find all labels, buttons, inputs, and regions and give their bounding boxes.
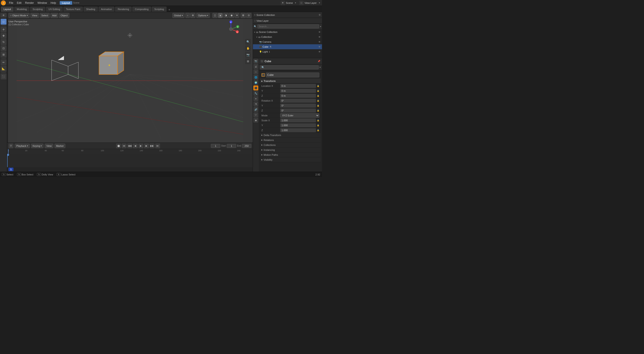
timeline-view-menu[interactable]: View (45, 144, 53, 148)
prev-keyframe-btn[interactable]: ◀ (133, 143, 138, 148)
pan-btn[interactable]: ✋ (245, 46, 251, 51)
timeline-icon[interactable]: ⏱ (8, 143, 14, 148)
output-tab-icon[interactable]: 🖨 (253, 64, 258, 69)
jump-start-btn[interactable]: ⏮ (122, 143, 126, 148)
jump-end-btn[interactable]: ⏭ (155, 143, 160, 148)
scale-x-lock-icon[interactable]: 🔒 (317, 119, 319, 122)
active-workspace-tab[interactable]: Layout (60, 1, 72, 5)
camera-visibility-icon[interactable]: 👁 (318, 41, 321, 43)
viewport-view-menu[interactable]: View (30, 13, 39, 18)
menu-help[interactable]: Help (49, 1, 58, 5)
play-btn[interactable]: ▶ (138, 143, 143, 148)
viewport-object-menu[interactable]: Object (59, 13, 69, 18)
rotation-mode-select[interactable]: XYZ Euler (280, 113, 319, 118)
measure-tool[interactable]: 📐 (1, 66, 6, 72)
start-frame-input[interactable] (227, 144, 236, 148)
tab-layout[interactable]: Layout (1, 7, 14, 12)
move-tool[interactable]: ✥ (1, 33, 6, 39)
world-tab-icon[interactable]: 🌍 (253, 80, 258, 85)
select-box-tool[interactable]: □ (1, 19, 6, 25)
viewport-canvas[interactable]: Z Y X User Perspective (1) (7, 19, 253, 143)
rotation-y-lock-icon[interactable]: 🔒 (317, 105, 319, 107)
scale-y-value[interactable]: 1.000 (280, 123, 316, 127)
cube-filter-icon[interactable]: ⚗ (270, 46, 272, 48)
location-z-value[interactable]: 0 m (280, 94, 316, 98)
tree-item-collection[interactable]: ▸ 🗂 Collection 👁 (253, 35, 322, 39)
scene-chevron-icon[interactable]: ▾ (294, 1, 298, 5)
xray-btn[interactable]: ⊙ (246, 13, 251, 18)
ortho-persp-btn[interactable]: ⊞ (245, 58, 251, 64)
rotate-tool[interactable]: ↻ (1, 39, 6, 45)
material-tab-icon[interactable]: ◉ (253, 118, 258, 123)
options-dropdown[interactable]: Options ▾ (196, 13, 210, 18)
rotation-z-lock-icon[interactable]: 🔒 (317, 109, 319, 112)
tab-scripting[interactable]: Scripting (152, 7, 166, 12)
physics-tab-icon[interactable]: ⚗ (253, 102, 258, 107)
tab-shading[interactable]: Shading (84, 7, 98, 12)
constraints-tab-icon[interactable]: 🔗 (253, 107, 258, 112)
tab-rendering[interactable]: Rendering (115, 7, 132, 12)
camera-view-btn[interactable]: 📷 (245, 52, 251, 58)
visibility-section[interactable]: ▸ Visibility (260, 157, 321, 162)
motion-paths-section[interactable]: ▸ Motion Paths (260, 152, 321, 157)
overlay-btn[interactable]: ⊞ (240, 13, 246, 18)
properties-scroll-area[interactable]: ⬛ ▸ Transform Location X 0 m 🔒 (259, 70, 322, 172)
solid-btn[interactable]: ● (218, 13, 223, 18)
view-layer-chevron-icon[interactable]: ▾ (318, 1, 321, 5)
menu-window[interactable]: Window (36, 1, 49, 5)
shading-options-btn[interactable]: ▾ (235, 13, 239, 18)
prop-search-input[interactable] (260, 65, 319, 69)
scale-z-lock-icon[interactable]: 🔒 (317, 129, 319, 131)
delta-transform-section[interactable]: ▸ Delta Transform (260, 133, 321, 138)
rotation-x-lock-icon[interactable]: 🔒 (317, 100, 319, 102)
tab-compositing[interactable]: Compositing (132, 7, 151, 12)
keying-dropdown[interactable]: Keying ▾ (31, 144, 44, 148)
transform-section-header[interactable]: ▸ Transform (260, 79, 321, 84)
tab-texture-paint[interactable]: Texture Paint (63, 7, 83, 12)
rotation-y-value[interactable]: 0° (280, 104, 316, 108)
particles-tab-icon[interactable]: ✦ (253, 96, 258, 101)
tab-modeling[interactable]: Modeling (14, 7, 30, 12)
tree-item-light[interactable]: 💡 Light ℹ 👁 (253, 49, 322, 54)
blender-logo[interactable]: ● (1, 1, 6, 5)
relations-section[interactable]: ▸ Relations (260, 138, 321, 143)
transform-tool[interactable]: ⊞ (1, 52, 6, 58)
current-frame-input[interactable] (211, 144, 220, 148)
scene-collection-visibility-icon[interactable]: 👁 (318, 31, 321, 33)
proportional-edit-btn[interactable]: ○ (185, 13, 190, 18)
rotation-z-value[interactable]: 0° (280, 109, 316, 113)
next-frame-btn[interactable]: ▶▶ (150, 143, 154, 148)
menu-render[interactable]: Render (23, 1, 36, 5)
light-filter-icon[interactable]: ℹ (269, 51, 270, 53)
playback-dropdown[interactable]: Playback ▾ (15, 144, 30, 148)
record-btn[interactable]: ⬤ (116, 143, 121, 148)
object-mode-dropdown[interactable]: ○ Object Mode ▾ (8, 13, 30, 18)
timeline-content[interactable] (7, 154, 253, 167)
transform-global-dropdown[interactable]: Global ▾ (172, 13, 184, 18)
outliner-search-input[interactable] (258, 24, 319, 29)
mode-selector[interactable]: ⊞ (0, 13, 7, 18)
object-tab-icon[interactable]: ⬛ (253, 86, 258, 90)
zoom-in-btn[interactable]: 🔍 (245, 39, 251, 45)
tree-item-scene-collection[interactable]: ▸ 🗂 Scene Collection 👁 (253, 30, 322, 35)
object-name-input[interactable] (266, 73, 319, 77)
location-x-lock-icon[interactable]: 🔒 (317, 85, 319, 87)
location-x-value[interactable]: 0 m (280, 84, 316, 88)
collection-visibility-icon[interactable]: 👁 (318, 36, 321, 38)
tree-item-cube[interactable]: ⬛ Cube ⚗ 👁 (253, 44, 322, 49)
cube-visibility-icon[interactable]: 👁 (318, 46, 321, 48)
scale-z-value[interactable]: 1.000 (280, 128, 316, 132)
cursor-tool[interactable]: ✛ (1, 27, 6, 33)
menu-file[interactable]: File (7, 1, 15, 5)
view-layer-icon[interactable]: □ (299, 1, 304, 5)
view-layer-tab-icon[interactable]: □ (253, 69, 258, 74)
prop-pin-icon[interactable]: 📌 (318, 60, 320, 63)
tab-animation[interactable]: Animation (98, 7, 115, 12)
add-cube-tool[interactable]: ⬛ (1, 74, 6, 80)
outliner-filter-icon[interactable]: ⚙ (319, 14, 321, 16)
tab-sculpting[interactable]: Sculpting (30, 7, 46, 12)
instancing-section[interactable]: ▸ Instancing (260, 147, 321, 152)
location-z-lock-icon[interactable]: 🔒 (317, 95, 319, 97)
light-visibility-icon[interactable]: 👁 (318, 51, 321, 53)
location-y-value[interactable]: 0 m (280, 89, 316, 93)
